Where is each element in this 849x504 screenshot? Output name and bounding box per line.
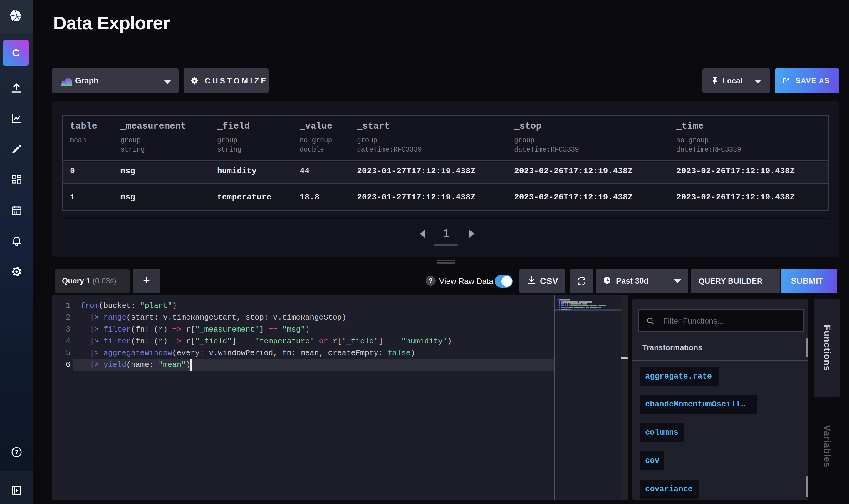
svg-text:?: ? [15, 449, 18, 455]
